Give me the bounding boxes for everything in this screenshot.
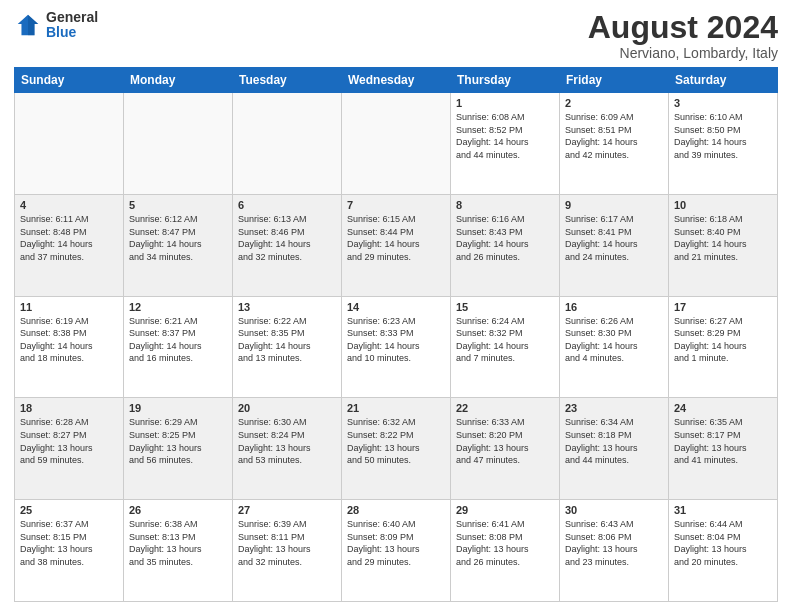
- day-cell: 5Sunrise: 6:12 AM Sunset: 8:47 PM Daylig…: [124, 194, 233, 296]
- day-number: 19: [129, 402, 227, 414]
- week-row-0: 1Sunrise: 6:08 AM Sunset: 8:52 PM Daylig…: [15, 93, 778, 195]
- day-number: 23: [565, 402, 663, 414]
- day-cell: 24Sunrise: 6:35 AM Sunset: 8:17 PM Dayli…: [669, 398, 778, 500]
- day-info: Sunrise: 6:26 AM Sunset: 8:30 PM Dayligh…: [565, 315, 663, 365]
- day-cell: [342, 93, 451, 195]
- day-number: 24: [674, 402, 772, 414]
- day-info: Sunrise: 6:27 AM Sunset: 8:29 PM Dayligh…: [674, 315, 772, 365]
- logo-blue: Blue: [46, 25, 98, 40]
- day-cell: 1Sunrise: 6:08 AM Sunset: 8:52 PM Daylig…: [451, 93, 560, 195]
- day-info: Sunrise: 6:43 AM Sunset: 8:06 PM Dayligh…: [565, 518, 663, 568]
- day-number: 2: [565, 97, 663, 109]
- day-info: Sunrise: 6:13 AM Sunset: 8:46 PM Dayligh…: [238, 213, 336, 263]
- col-wednesday: Wednesday: [342, 68, 451, 93]
- day-info: Sunrise: 6:29 AM Sunset: 8:25 PM Dayligh…: [129, 416, 227, 466]
- day-cell: 21Sunrise: 6:32 AM Sunset: 8:22 PM Dayli…: [342, 398, 451, 500]
- col-saturday: Saturday: [669, 68, 778, 93]
- col-thursday: Thursday: [451, 68, 560, 93]
- day-info: Sunrise: 6:37 AM Sunset: 8:15 PM Dayligh…: [20, 518, 118, 568]
- title-section: August 2024 Nerviano, Lombardy, Italy: [588, 10, 778, 61]
- col-sunday: Sunday: [15, 68, 124, 93]
- day-cell: 14Sunrise: 6:23 AM Sunset: 8:33 PM Dayli…: [342, 296, 451, 398]
- day-info: Sunrise: 6:35 AM Sunset: 8:17 PM Dayligh…: [674, 416, 772, 466]
- day-number: 18: [20, 402, 118, 414]
- day-number: 29: [456, 504, 554, 516]
- day-cell: 10Sunrise: 6:18 AM Sunset: 8:40 PM Dayli…: [669, 194, 778, 296]
- day-number: 4: [20, 199, 118, 211]
- logo-general: General: [46, 10, 98, 25]
- day-info: Sunrise: 6:28 AM Sunset: 8:27 PM Dayligh…: [20, 416, 118, 466]
- day-info: Sunrise: 6:11 AM Sunset: 8:48 PM Dayligh…: [20, 213, 118, 263]
- day-number: 8: [456, 199, 554, 211]
- week-row-4: 25Sunrise: 6:37 AM Sunset: 8:15 PM Dayli…: [15, 500, 778, 602]
- day-info: Sunrise: 6:41 AM Sunset: 8:08 PM Dayligh…: [456, 518, 554, 568]
- day-number: 31: [674, 504, 772, 516]
- day-cell: 8Sunrise: 6:16 AM Sunset: 8:43 PM Daylig…: [451, 194, 560, 296]
- location: Nerviano, Lombardy, Italy: [588, 45, 778, 61]
- day-number: 7: [347, 199, 445, 211]
- day-info: Sunrise: 6:16 AM Sunset: 8:43 PM Dayligh…: [456, 213, 554, 263]
- week-row-1: 4Sunrise: 6:11 AM Sunset: 8:48 PM Daylig…: [15, 194, 778, 296]
- day-cell: 31Sunrise: 6:44 AM Sunset: 8:04 PM Dayli…: [669, 500, 778, 602]
- day-info: Sunrise: 6:30 AM Sunset: 8:24 PM Dayligh…: [238, 416, 336, 466]
- day-number: 9: [565, 199, 663, 211]
- day-number: 1: [456, 97, 554, 109]
- day-cell: 22Sunrise: 6:33 AM Sunset: 8:20 PM Dayli…: [451, 398, 560, 500]
- day-cell: 23Sunrise: 6:34 AM Sunset: 8:18 PM Dayli…: [560, 398, 669, 500]
- day-info: Sunrise: 6:21 AM Sunset: 8:37 PM Dayligh…: [129, 315, 227, 365]
- day-cell: 6Sunrise: 6:13 AM Sunset: 8:46 PM Daylig…: [233, 194, 342, 296]
- day-cell: 28Sunrise: 6:40 AM Sunset: 8:09 PM Dayli…: [342, 500, 451, 602]
- day-info: Sunrise: 6:24 AM Sunset: 8:32 PM Dayligh…: [456, 315, 554, 365]
- day-number: 16: [565, 301, 663, 313]
- day-info: Sunrise: 6:38 AM Sunset: 8:13 PM Dayligh…: [129, 518, 227, 568]
- col-friday: Friday: [560, 68, 669, 93]
- day-cell: 15Sunrise: 6:24 AM Sunset: 8:32 PM Dayli…: [451, 296, 560, 398]
- top-section: General Blue August 2024 Nerviano, Lomba…: [14, 10, 778, 61]
- day-number: 10: [674, 199, 772, 211]
- day-number: 13: [238, 301, 336, 313]
- day-cell: 9Sunrise: 6:17 AM Sunset: 8:41 PM Daylig…: [560, 194, 669, 296]
- day-info: Sunrise: 6:32 AM Sunset: 8:22 PM Dayligh…: [347, 416, 445, 466]
- day-cell: 27Sunrise: 6:39 AM Sunset: 8:11 PM Dayli…: [233, 500, 342, 602]
- day-number: 26: [129, 504, 227, 516]
- day-cell: [15, 93, 124, 195]
- day-number: 14: [347, 301, 445, 313]
- day-number: 27: [238, 504, 336, 516]
- day-info: Sunrise: 6:33 AM Sunset: 8:20 PM Dayligh…: [456, 416, 554, 466]
- day-number: 25: [20, 504, 118, 516]
- day-cell: [124, 93, 233, 195]
- day-info: Sunrise: 6:34 AM Sunset: 8:18 PM Dayligh…: [565, 416, 663, 466]
- day-cell: 17Sunrise: 6:27 AM Sunset: 8:29 PM Dayli…: [669, 296, 778, 398]
- day-cell: 29Sunrise: 6:41 AM Sunset: 8:08 PM Dayli…: [451, 500, 560, 602]
- day-info: Sunrise: 6:15 AM Sunset: 8:44 PM Dayligh…: [347, 213, 445, 263]
- day-number: 5: [129, 199, 227, 211]
- svg-marker-1: [28, 15, 38, 36]
- day-info: Sunrise: 6:10 AM Sunset: 8:50 PM Dayligh…: [674, 111, 772, 161]
- day-cell: 18Sunrise: 6:28 AM Sunset: 8:27 PM Dayli…: [15, 398, 124, 500]
- day-number: 30: [565, 504, 663, 516]
- day-cell: 19Sunrise: 6:29 AM Sunset: 8:25 PM Dayli…: [124, 398, 233, 500]
- page: General Blue August 2024 Nerviano, Lomba…: [0, 0, 792, 612]
- day-number: 6: [238, 199, 336, 211]
- day-number: 21: [347, 402, 445, 414]
- day-cell: [233, 93, 342, 195]
- day-info: Sunrise: 6:40 AM Sunset: 8:09 PM Dayligh…: [347, 518, 445, 568]
- day-cell: 25Sunrise: 6:37 AM Sunset: 8:15 PM Dayli…: [15, 500, 124, 602]
- day-cell: 11Sunrise: 6:19 AM Sunset: 8:38 PM Dayli…: [15, 296, 124, 398]
- week-row-3: 18Sunrise: 6:28 AM Sunset: 8:27 PM Dayli…: [15, 398, 778, 500]
- day-info: Sunrise: 6:17 AM Sunset: 8:41 PM Dayligh…: [565, 213, 663, 263]
- day-cell: 3Sunrise: 6:10 AM Sunset: 8:50 PM Daylig…: [669, 93, 778, 195]
- day-info: Sunrise: 6:22 AM Sunset: 8:35 PM Dayligh…: [238, 315, 336, 365]
- day-cell: 2Sunrise: 6:09 AM Sunset: 8:51 PM Daylig…: [560, 93, 669, 195]
- day-info: Sunrise: 6:23 AM Sunset: 8:33 PM Dayligh…: [347, 315, 445, 365]
- day-cell: 16Sunrise: 6:26 AM Sunset: 8:30 PM Dayli…: [560, 296, 669, 398]
- day-cell: 20Sunrise: 6:30 AM Sunset: 8:24 PM Dayli…: [233, 398, 342, 500]
- day-cell: 26Sunrise: 6:38 AM Sunset: 8:13 PM Dayli…: [124, 500, 233, 602]
- logo-icon: [14, 11, 42, 39]
- day-info: Sunrise: 6:39 AM Sunset: 8:11 PM Dayligh…: [238, 518, 336, 568]
- header-row: Sunday Monday Tuesday Wednesday Thursday…: [15, 68, 778, 93]
- day-info: Sunrise: 6:08 AM Sunset: 8:52 PM Dayligh…: [456, 111, 554, 161]
- day-number: 17: [674, 301, 772, 313]
- day-info: Sunrise: 6:09 AM Sunset: 8:51 PM Dayligh…: [565, 111, 663, 161]
- day-number: 22: [456, 402, 554, 414]
